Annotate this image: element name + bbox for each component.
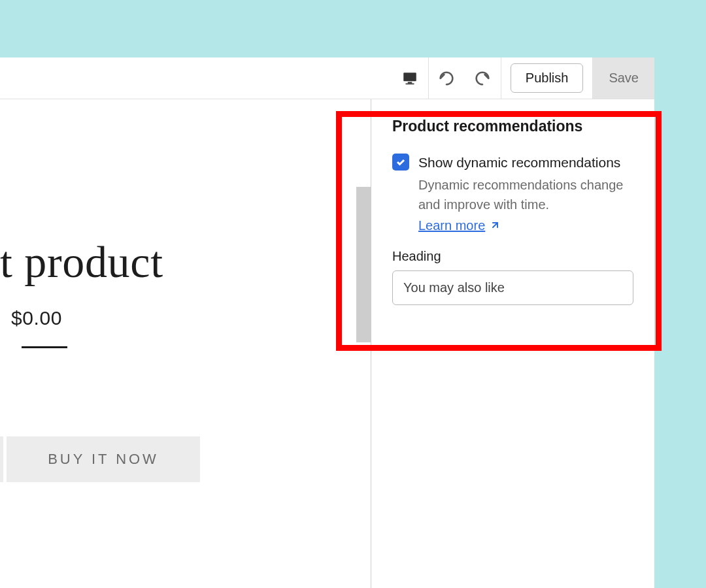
redo-button[interactable]	[465, 57, 501, 99]
external-link-icon	[489, 221, 499, 231]
viewport-desktop-button[interactable]	[392, 57, 428, 99]
svg-rect-1	[408, 82, 412, 83]
show-dynamic-label: Show dynamic recommendations	[418, 154, 620, 171]
toolbar-icon-group	[392, 57, 501, 99]
save-button[interactable]: Save	[592, 57, 654, 99]
undo-icon	[437, 69, 456, 88]
learn-more-label: Learn more	[418, 218, 485, 233]
svg-rect-2	[405, 83, 414, 84]
publish-button[interactable]: Publish	[511, 63, 584, 93]
product-title: t product	[0, 237, 163, 288]
editor-workspace: t product $0.00 BUY IT NOW Tweet Pin it …	[0, 99, 654, 588]
buy-it-now-button[interactable]: BUY IT NOW	[7, 436, 200, 482]
theme-preview-pane: t product $0.00 BUY IT NOW Tweet Pin it	[0, 99, 371, 588]
panel-title: Product recommendations	[392, 118, 633, 135]
heading-field-label: Heading	[392, 249, 633, 264]
show-dynamic-checkbox-row: Show dynamic recommendations	[392, 154, 633, 171]
dynamic-helper-text: Dynamic recommendations change and impro…	[418, 175, 633, 214]
preview-scrollbar[interactable]	[356, 187, 371, 342]
show-dynamic-checkbox[interactable]	[392, 154, 409, 171]
svg-rect-0	[403, 73, 416, 81]
settings-sidebar: Product recommendations Show dynamic rec…	[371, 99, 654, 588]
editor-toolbar: Publish Save	[0, 57, 654, 99]
learn-more-link[interactable]: Learn more	[418, 218, 499, 233]
undo-button[interactable]	[428, 57, 465, 99]
desktop-monitor-icon	[401, 70, 418, 87]
price-divider	[22, 346, 67, 348]
checkmark-icon	[395, 157, 406, 167]
product-price: $0.00	[11, 307, 62, 329]
heading-input[interactable]	[392, 270, 633, 305]
theme-editor-window: Publish Save t product $0.00 BUY IT NOW …	[0, 57, 654, 588]
quantity-selector-fragment[interactable]	[0, 436, 3, 482]
redo-icon	[473, 69, 492, 88]
